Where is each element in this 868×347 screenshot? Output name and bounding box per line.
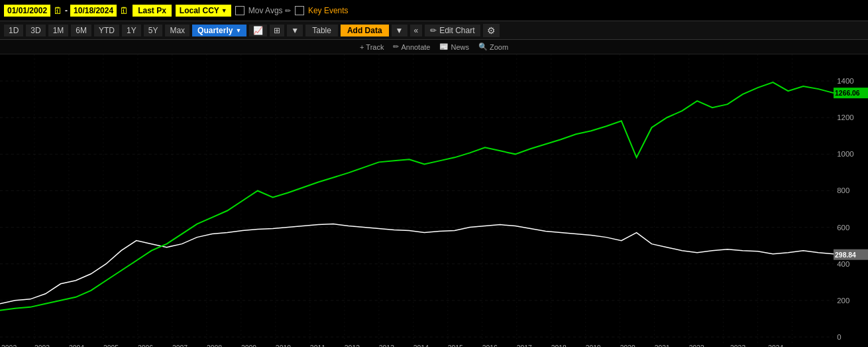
svg-text:2010: 2010 — [276, 344, 291, 347]
svg-text:2009: 2009 — [241, 344, 256, 347]
annotate-tool[interactable]: ✏ Annotate — [393, 42, 430, 51]
svg-text:2011: 2011 — [310, 344, 325, 347]
period-3d[interactable]: 3D — [26, 25, 45, 36]
svg-text:2003: 2003 — [34, 344, 50, 347]
local-ccy-dropdown[interactable]: Local CCY ▼ — [176, 5, 231, 17]
svg-text:2018: 2018 — [551, 344, 567, 347]
svg-text:800: 800 — [837, 187, 849, 195]
chart-area[interactable]: 1400 1200 1000 800 600 400 200 0 1266.06… — [0, 54, 868, 347]
svg-text:2005: 2005 — [103, 344, 119, 347]
period-max[interactable]: Max — [165, 25, 190, 36]
svg-text:0: 0 — [837, 333, 841, 341]
svg-text:2022: 2022 — [689, 344, 704, 347]
chart-svg: 1400 1200 1000 800 600 400 200 0 1266.06… — [0, 54, 868, 347]
calendar-icon-end[interactable]: 🗓 — [119, 5, 129, 16]
svg-text:2014: 2014 — [413, 344, 429, 347]
toolbar-bottom: 1D 3D 1M 6M YTD 1Y 5Y Max Quarterly ▼ 📈 … — [0, 21, 868, 40]
period-1m[interactable]: 1M — [48, 25, 69, 36]
svg-text:2021: 2021 — [655, 344, 670, 347]
gear-icon[interactable]: ⚙ — [483, 24, 500, 37]
date-range: 01/01/2002 🗓 - 10/18/2024 🗓 — [4, 5, 129, 17]
sub-toolbar: + Track ✏ Annotate 📰 News 🔍 Zoom — [0, 40, 868, 54]
svg-text:2008: 2008 — [207, 344, 222, 347]
mov-avgs-checkbox[interactable] — [235, 6, 244, 15]
svg-text:200: 200 — [837, 297, 849, 305]
svg-text:2023: 2023 — [730, 344, 745, 347]
calendar-icon-start[interactable]: 🗓 — [53, 5, 62, 16]
filter-icon[interactable]: ▼ — [392, 25, 407, 36]
period-1d[interactable]: 1D — [4, 25, 23, 36]
svg-text:1200: 1200 — [837, 113, 853, 121]
end-date[interactable]: 10/18/2024 — [70, 5, 117, 17]
svg-text:1000: 1000 — [837, 151, 853, 159]
news-tool[interactable]: 📰 News — [439, 42, 469, 51]
svg-text:2004: 2004 — [69, 344, 84, 347]
svg-text:1266.06: 1266.06 — [835, 90, 860, 97]
chart-options-icon[interactable]: ⊞ — [270, 25, 284, 36]
date-separator: - — [65, 6, 68, 15]
period-1y[interactable]: 1Y — [122, 25, 141, 36]
svg-text:2006: 2006 — [138, 344, 153, 347]
quarterly-button[interactable]: Quarterly ▼ — [192, 25, 246, 36]
key-events-checkbox[interactable] — [295, 6, 304, 15]
period-6m[interactable]: 6M — [71, 25, 91, 36]
double-left-icon[interactable]: « — [410, 25, 423, 36]
key-events-label: Key Events — [308, 6, 349, 15]
svg-text:2013: 2013 — [379, 344, 394, 347]
svg-text:2020: 2020 — [620, 344, 635, 347]
period-ytd[interactable]: YTD — [94, 25, 119, 36]
toolbar-top: 01/01/2002 🗓 - 10/18/2024 🗓 Last Px Loca… — [0, 0, 868, 21]
last-px-button[interactable]: Last Px — [133, 5, 172, 17]
table-button[interactable]: Table — [305, 25, 338, 36]
period-5y[interactable]: 5Y — [144, 25, 163, 36]
dropdown-arrow[interactable]: ▼ — [287, 25, 303, 36]
track-tool[interactable]: + Track — [360, 43, 384, 51]
svg-text:1400: 1400 — [837, 77, 853, 85]
svg-text:2019: 2019 — [586, 344, 601, 347]
svg-text:2012: 2012 — [345, 344, 360, 347]
zoom-tool[interactable]: 🔍 Zoom — [478, 42, 508, 51]
chart-type-icon[interactable]: 📈 — [249, 25, 267, 36]
svg-text:2015: 2015 — [448, 344, 463, 347]
svg-text:2007: 2007 — [172, 344, 188, 347]
svg-text:2017: 2017 — [517, 344, 532, 347]
svg-text:2002: 2002 — [1, 344, 17, 347]
start-date[interactable]: 01/01/2002 — [4, 5, 50, 17]
mov-avgs-label: Mov Avgs ✏ — [248, 6, 291, 15]
svg-text:600: 600 — [837, 224, 849, 232]
edit-chart-button[interactable]: ✏ Edit Chart — [425, 25, 480, 36]
svg-text:2024: 2024 — [768, 344, 783, 347]
svg-text:2016: 2016 — [482, 344, 498, 347]
svg-text:400: 400 — [837, 260, 849, 268]
add-data-button[interactable]: Add Data — [341, 25, 389, 36]
svg-text:298.84: 298.84 — [835, 251, 856, 259]
